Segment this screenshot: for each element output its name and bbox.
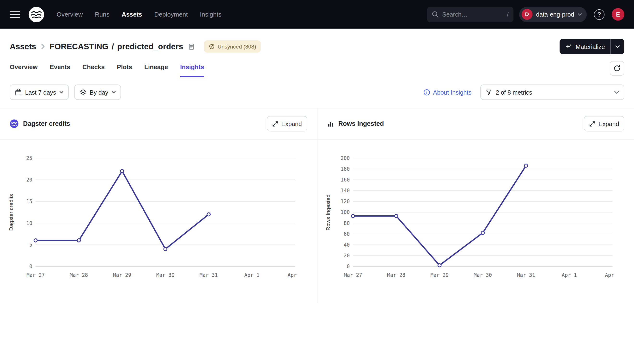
asset-description-icon[interactable] bbox=[188, 43, 195, 50]
tab-insights[interactable]: Insights bbox=[180, 64, 204, 77]
materialize-label: Materialize bbox=[576, 43, 605, 50]
org-avatar: D bbox=[522, 9, 532, 20]
primary-nav: Overview Runs Assets Deployment Insights bbox=[57, 11, 222, 18]
tab-events[interactable]: Events bbox=[50, 64, 70, 77]
breadcrumb-separator: / bbox=[112, 42, 114, 51]
svg-text:Mar 30: Mar 30 bbox=[473, 272, 492, 278]
chevron-down-icon bbox=[578, 13, 582, 16]
granularity-button[interactable]: By day bbox=[74, 84, 120, 100]
tab-overview[interactable]: Overview bbox=[10, 64, 38, 77]
search-field[interactable] bbox=[442, 11, 503, 18]
svg-text:0: 0 bbox=[29, 264, 32, 270]
search-shortcut-hint: / bbox=[507, 11, 509, 18]
line-chart-dagster-credits[interactable]: 0510152025Mar 27Mar 28Mar 29Mar 30Mar 31… bbox=[16, 149, 299, 283]
dagster-credits-icon bbox=[10, 119, 18, 128]
metrics-filter-select[interactable]: 2 of 8 metrics bbox=[480, 84, 624, 100]
svg-text:Mar 30: Mar 30 bbox=[156, 272, 174, 278]
svg-text:20: 20 bbox=[26, 177, 32, 183]
chevron-down-icon bbox=[112, 91, 116, 94]
svg-text:0: 0 bbox=[346, 264, 350, 270]
svg-text:5: 5 bbox=[29, 242, 32, 248]
svg-text:Apr 2: Apr 2 bbox=[288, 272, 299, 278]
asset-tabs: Overview Events Checks Plots Lineage Ins… bbox=[10, 64, 624, 77]
panel-header: Dagster credits Expand bbox=[0, 108, 317, 140]
svg-text:Apr 1: Apr 1 bbox=[244, 272, 259, 278]
dagster-app: Overview Runs Assets Deployment Insights… bbox=[0, 0, 634, 364]
unsynced-badge[interactable]: Unsynced (308) bbox=[204, 40, 261, 52]
materialize-split-button: Materialize bbox=[560, 39, 624, 54]
panel-title: Rows Ingested bbox=[338, 120, 384, 127]
svg-text:Mar 28: Mar 28 bbox=[387, 272, 405, 278]
chevron-down-icon bbox=[59, 91, 64, 94]
svg-text:120: 120 bbox=[340, 198, 350, 204]
svg-text:200: 200 bbox=[340, 155, 350, 161]
about-insights-label: About Insights bbox=[433, 89, 472, 96]
svg-text:20: 20 bbox=[344, 252, 350, 258]
svg-text:40: 40 bbox=[344, 242, 350, 248]
search-input[interactable]: / bbox=[427, 7, 514, 22]
expand-button[interactable]: Expand bbox=[267, 116, 307, 131]
breadcrumb: Assets FORECASTING / predicted_orders bbox=[10, 38, 624, 54]
svg-text:25: 25 bbox=[26, 155, 32, 161]
tab-lineage[interactable]: Lineage bbox=[144, 64, 168, 77]
about-insights-link[interactable]: About Insights bbox=[424, 89, 472, 96]
unsynced-badge-label: Unsynced (308) bbox=[218, 44, 256, 50]
filter-funnel-icon bbox=[486, 89, 492, 95]
asset-name: predicted_orders bbox=[117, 42, 183, 51]
tab-plots[interactable]: Plots bbox=[117, 64, 132, 77]
nav-item-deployment[interactable]: Deployment bbox=[154, 11, 188, 18]
insights-filter-bar: Last 7 days By day bbox=[0, 77, 634, 108]
refresh-button[interactable] bbox=[610, 61, 624, 76]
svg-text:Mar 31: Mar 31 bbox=[200, 272, 218, 278]
asset-header: Assets FORECASTING / predicted_orders bbox=[0, 29, 634, 77]
search-icon bbox=[432, 11, 439, 18]
tab-checks[interactable]: Checks bbox=[82, 64, 105, 77]
date-range-button[interactable]: Last 7 days bbox=[10, 84, 68, 100]
svg-text:15: 15 bbox=[26, 198, 32, 204]
panel-body: Rows Ingested 02040608010012014016018020… bbox=[317, 140, 634, 303]
sparkle-icon bbox=[566, 43, 572, 50]
materialize-button[interactable]: Materialize bbox=[560, 39, 610, 54]
svg-text:Mar 27: Mar 27 bbox=[344, 272, 362, 278]
sync-icon bbox=[209, 44, 215, 50]
svg-text:Mar 29: Mar 29 bbox=[113, 272, 131, 278]
nav-item-assets[interactable]: Assets bbox=[122, 11, 142, 18]
svg-text:140: 140 bbox=[340, 188, 350, 194]
nav-item-runs[interactable]: Runs bbox=[95, 11, 110, 18]
hamburger-menu-icon[interactable] bbox=[10, 11, 20, 18]
layers-icon bbox=[80, 89, 86, 96]
info-icon bbox=[424, 89, 430, 96]
line-chart-rows-ingested[interactable]: 020406080100120140160180200Mar 27Mar 28M… bbox=[333, 149, 616, 283]
materialize-dropdown-button[interactable] bbox=[610, 39, 624, 54]
dagster-logo-icon[interactable] bbox=[28, 6, 44, 22]
breadcrumb-assets-link[interactable]: Assets bbox=[10, 42, 36, 51]
y-axis-label: Rows Ingested bbox=[323, 158, 333, 267]
svg-text:10: 10 bbox=[26, 220, 32, 226]
help-icon[interactable]: ? bbox=[594, 9, 604, 20]
nav-item-insights[interactable]: Insights bbox=[200, 11, 222, 18]
panel-title: Dagster credits bbox=[23, 120, 70, 127]
expand-icon bbox=[272, 121, 278, 127]
svg-text:60: 60 bbox=[344, 231, 350, 237]
expand-button[interactable]: Expand bbox=[584, 116, 624, 131]
svg-text:Mar 29: Mar 29 bbox=[430, 272, 448, 278]
user-avatar[interactable]: E bbox=[612, 8, 624, 21]
date-range-label: Last 7 days bbox=[25, 89, 56, 96]
svg-text:180: 180 bbox=[340, 166, 350, 172]
org-name: data-eng-prod bbox=[536, 11, 574, 18]
panel-header: Rows Ingested Expand bbox=[317, 108, 634, 140]
expand-icon bbox=[589, 121, 595, 127]
svg-text:Mar 31: Mar 31 bbox=[517, 272, 535, 278]
nav-item-overview[interactable]: Overview bbox=[57, 11, 83, 18]
svg-text:Apr 1: Apr 1 bbox=[562, 272, 576, 278]
granularity-label: By day bbox=[90, 89, 108, 96]
breadcrumb-group-link[interactable]: FORECASTING bbox=[50, 42, 108, 51]
metrics-filter-label: 2 of 8 metrics bbox=[496, 89, 532, 96]
insights-panels: Dagster credits Expand Dagster credits 0… bbox=[0, 108, 634, 303]
deployment-switcher[interactable]: D data-eng-prod bbox=[519, 7, 587, 22]
panel-body: Dagster credits 0510152025Mar 27Mar 28Ma… bbox=[0, 140, 317, 303]
calendar-icon bbox=[15, 89, 22, 96]
panel-dagster-credits: Dagster credits Expand Dagster credits 0… bbox=[0, 108, 317, 303]
chevron-down-icon bbox=[614, 91, 619, 94]
svg-text:Mar 27: Mar 27 bbox=[26, 272, 45, 278]
